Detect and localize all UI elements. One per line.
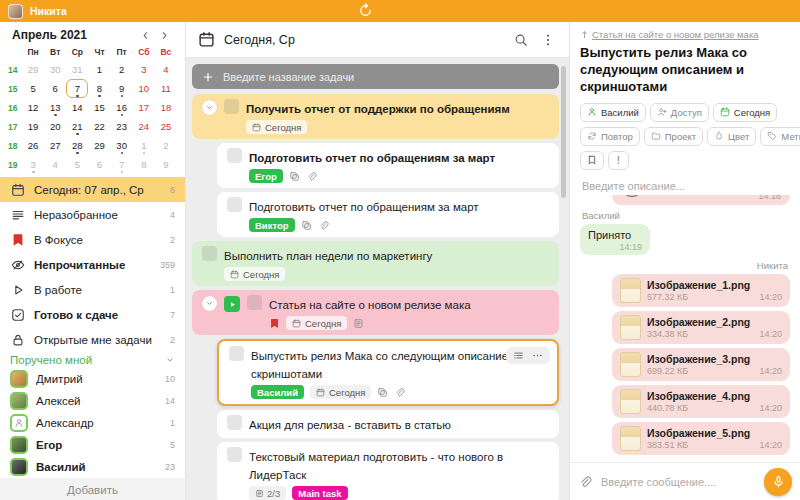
play-icon[interactable] <box>620 195 644 197</box>
calendar-day[interactable]: 1 <box>133 136 155 155</box>
due-date-badge[interactable]: Сегодня <box>310 385 371 399</box>
task-checkbox[interactable] <box>229 346 244 361</box>
project-chip[interactable]: Проект <box>644 127 703 146</box>
file-message[interactable]: Изображение_4.png440.78 КБ14:20 <box>612 385 790 418</box>
task-title[interactable]: Выпустить релиз Мака со следующим описан… <box>251 350 526 380</box>
calendar-day[interactable]: 7 <box>111 155 133 174</box>
task-checkbox[interactable] <box>227 447 242 462</box>
calendar-day[interactable]: 3 <box>22 155 44 174</box>
task-checkbox[interactable] <box>227 148 242 163</box>
calendar-day[interactable]: 15 <box>88 98 110 117</box>
assigned-user-item[interactable]: Александр1 <box>0 412 185 434</box>
color-chip[interactable]: Цвет <box>707 127 756 146</box>
task-checkbox[interactable] <box>224 99 239 114</box>
calendar-day[interactable]: 21 <box>66 117 88 136</box>
calendar-day[interactable]: 8 <box>133 155 155 174</box>
calendar-day[interactable]: 1 <box>88 60 110 79</box>
assignee-badge[interactable]: Василий <box>251 385 304 399</box>
collapse-chevron-icon[interactable] <box>202 100 217 115</box>
task-title[interactable]: Акция для релиза - вставить в статью <box>249 419 451 431</box>
task-row[interactable]: Акция для релиза - вставить в статью <box>217 410 559 438</box>
assigned-user-item[interactable]: Дмитрий10 <box>0 368 185 390</box>
chevron-left-icon[interactable] <box>137 30 154 41</box>
add-task-bar[interactable] <box>192 64 559 89</box>
voice-record-button[interactable] <box>764 468 792 496</box>
add-task-input[interactable] <box>221 70 549 84</box>
paperclip-icon[interactable] <box>318 220 329 231</box>
calendar-day[interactable]: 3 <box>133 60 155 79</box>
calendar-day[interactable]: 2 <box>155 136 177 155</box>
calendar-day[interactable]: 9 <box>111 79 133 98</box>
sidebar-item[interactable]: Неразобранное4 <box>0 202 185 227</box>
file-message[interactable]: Изображение_1.png577.32 КБ14:20 <box>612 274 790 307</box>
sidebar-item[interactable]: Сегодня: 07 апр., Ср6 <box>0 177 185 202</box>
calendar-day[interactable]: 26 <box>22 136 44 155</box>
assigned-user-item[interactable]: Василий23 <box>0 456 185 478</box>
chevron-right-icon[interactable] <box>156 30 173 41</box>
task-title[interactable]: Подготовить отчет по обращениям за март <box>249 201 479 213</box>
note-icon[interactable] <box>353 318 364 329</box>
topbar-username[interactable]: Никита <box>30 5 67 17</box>
assigned-user-item[interactable]: Алексей14 <box>0 390 185 412</box>
voice-message[interactable]: 14:18 <box>612 195 790 205</box>
repeat-chip[interactable]: Повтор <box>580 127 640 146</box>
due-date-badge[interactable]: Сегодня <box>246 120 307 134</box>
task-title[interactable]: Текстовый материал подготовить - что нов… <box>249 451 503 481</box>
calendar-day[interactable]: 22 <box>88 117 110 136</box>
task-row[interactable]: Выпустить релиз Мака со следующим описан… <box>217 339 559 406</box>
assigned-user-item[interactable]: Егор5 <box>0 434 185 456</box>
task-checkbox[interactable] <box>247 295 262 310</box>
parent-task-link[interactable]: Статья на сайте о новом релизе мака <box>580 29 790 40</box>
file-message[interactable]: Изображение_3.png699.22 КБ14:20 <box>612 348 790 381</box>
file-message[interactable]: Изображение_2.png334.38 КБ14:20 <box>612 311 790 344</box>
calendar-day[interactable]: 23 <box>111 117 133 136</box>
calendar-day[interactable]: 11 <box>155 79 177 98</box>
add-user-button[interactable]: Добавить <box>0 478 185 500</box>
sidebar-item[interactable]: Открытые мне задачи2 <box>0 327 185 352</box>
calendar-day[interactable]: 30 <box>44 60 66 79</box>
calendar-day[interactable]: 5 <box>22 79 44 98</box>
sidebar-item[interactable]: В Фокусе2 <box>0 227 185 252</box>
dots-v-icon[interactable] <box>539 33 557 47</box>
calendar-day[interactable]: 8 <box>88 79 110 98</box>
quick-list-icon[interactable] <box>513 350 524 361</box>
task-row[interactable]: Подготовить отчет по обращениям за мартВ… <box>217 192 559 237</box>
calendar-day[interactable]: 5 <box>66 155 88 174</box>
calendar-day[interactable]: 30 <box>111 136 133 155</box>
sidebar-item[interactable]: В работе1 <box>0 277 185 302</box>
file-message[interactable]: Изображение_5.png383.51 КБ14:20 <box>612 422 790 455</box>
due-date-badge[interactable]: Сегодня <box>286 316 347 330</box>
task-quick-actions[interactable] <box>506 347 550 364</box>
attach-icon[interactable] <box>578 475 592 489</box>
task-row[interactable]: Подготовить отчет по обращениям за мартЕ… <box>217 143 559 188</box>
scrollbar[interactable] <box>561 66 566 198</box>
calendar-day[interactable]: 4 <box>155 60 177 79</box>
checklist-progress-badge[interactable]: 2/3 <box>249 486 286 500</box>
task-title[interactable]: Статья на сайте о новом релизе мака <box>269 299 471 311</box>
description-input[interactable] <box>580 179 790 193</box>
calendar-day[interactable]: 31 <box>66 60 88 79</box>
user-avatar[interactable] <box>8 4 23 19</box>
label-badge[interactable]: Main task <box>292 486 347 500</box>
calendar-day[interactable]: 2 <box>111 60 133 79</box>
task-checkbox[interactable] <box>227 197 242 212</box>
calendar-day[interactable]: 6 <box>44 79 66 98</box>
collapse-chevron-icon[interactable] <box>202 296 217 311</box>
calendar-day[interactable]: 6 <box>88 155 110 174</box>
sync-icon[interactable] <box>358 3 373 18</box>
task-title[interactable]: Подготовить отчет по обращениям за март <box>249 152 495 164</box>
start-task-button[interactable] <box>224 296 240 312</box>
copy-icon[interactable] <box>289 171 300 182</box>
priority-chip[interactable]: ! <box>608 151 629 170</box>
task-row[interactable]: Получить отчет от поддержки по обращения… <box>192 94 559 139</box>
calendar-day[interactable]: 9 <box>155 155 177 174</box>
calendar-day[interactable]: 24 <box>133 117 155 136</box>
bookmark-red-icon[interactable] <box>269 318 280 329</box>
task-title[interactable]: Получить отчет от поддержки по обращения… <box>246 103 510 115</box>
calendar-day[interactable]: 29 <box>88 136 110 155</box>
calendar-day[interactable]: 29 <box>22 60 44 79</box>
calendar-day[interactable]: 28 <box>66 136 88 155</box>
calendar-day[interactable]: 19 <box>22 117 44 136</box>
tag-chip[interactable]: Метка <box>760 127 800 146</box>
assignee-badge[interactable]: Виктор <box>249 218 295 232</box>
